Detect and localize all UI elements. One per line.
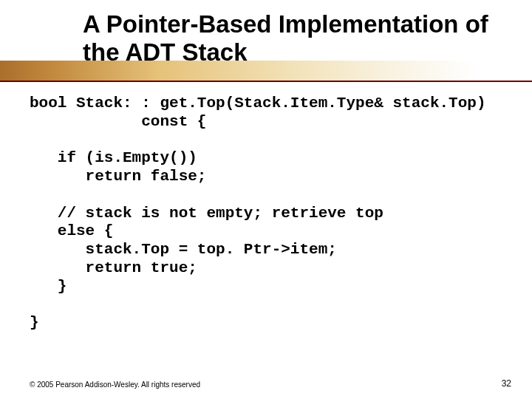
slide-title: A Pointer-Based Implementation of the AD… (83, 10, 519, 66)
copyright-footer: © 2005 Pearson Addison-Wesley. All right… (30, 381, 200, 389)
code-block: bool Stack: : get.Top(Stack.Item.Type& s… (30, 95, 510, 332)
title-underline (0, 81, 532, 82)
slide: A Pointer-Based Implementation of the AD… (0, 0, 532, 399)
page-number: 32 (502, 378, 511, 389)
